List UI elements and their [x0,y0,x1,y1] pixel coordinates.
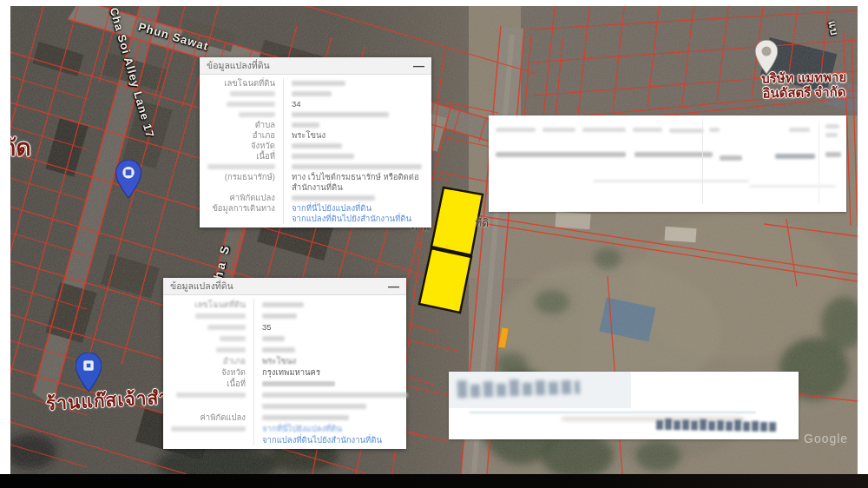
info-row: เลขโฉนดที่ดิน [163,299,399,310]
redacted-text [292,195,375,201]
field-text: เลขโฉนดที่ดิน [224,78,275,88]
redacted-text [220,336,246,341]
info-row [163,344,399,355]
info-row [163,310,399,321]
redacted-text [262,313,297,319]
info-row: จากที่นี่ไปยังแปลงที่ดินจากแปลงที่ดินไปย… [163,423,399,445]
poi-label-partial: กัด [10,129,31,166]
business-map-pin-2[interactable] [76,353,102,396]
field-text: ค่าพิกัดแปลง [230,193,276,202]
parcel-info-popup-1[interactable]: ข้อมูลแปลงที่ดิน — เลขโฉนดที่ดิน34ตำบลอำ… [200,57,431,228]
redacted-text [292,112,389,117]
redacted-text [262,381,335,386]
redacted-text [227,102,275,107]
redacted-text [292,154,354,159]
info-row [163,389,399,412]
redacted-text [262,347,295,353]
redacted-text [230,91,275,96]
field-text: อำเภอ [253,130,275,140]
popup-body: เลขโฉนดที่ดิน34ตำบลอำเภอพระโขนงจังหวัดเน… [200,75,431,228]
travel-link[interactable]: จากที่นี่ไปยังแปลงที่ดิน [292,203,372,213]
field-text: กรุงเทพมหานคร [262,367,320,377]
ink-text-smudge [655,418,777,436]
redacted-text [262,302,304,307]
field-text: เนื้อที่ [256,151,275,161]
field-text: จังหวัด [251,141,275,150]
popup-title-bar[interactable]: ข้อมูลแปลงที่ดิน — [200,57,431,75]
info-row: 35 [163,321,399,333]
field-text: พระโขนง [292,130,326,140]
popup-title: ข้อมูลแปลงที่ดิน [170,279,388,293]
field-text: จังหวัด [221,367,246,377]
redacted-text [262,404,366,409]
redacted-text [292,122,319,128]
redacted-text [262,415,349,420]
pin-icon [755,40,778,75]
field-text: พระโขนง [262,356,296,366]
travel-link[interactable]: จากที่นี่ไปยังแปลงที่ดิน [262,424,342,433]
minimize-button[interactable]: — [413,62,424,70]
poi-label-company: บริษัท แมทพาย อินดัสตรี จำกัด [734,69,858,101]
redacted-text [171,426,246,432]
bottom-black-bar [0,474,868,488]
redacted-text [262,336,285,341]
field-text: 34 [292,99,301,109]
info-row: ค่าพิกัดแปลง [200,193,424,203]
redacted-text [207,325,246,330]
info-row [200,109,424,120]
info-row: เนื้อที่ [200,151,424,162]
field-text: เนื้อที่ [227,379,246,388]
redacted-text [176,392,246,398]
redacted-text [262,392,408,398]
travel-link[interactable]: จากแปลงที่ดินไปยังสำนักงานที่ดิน [262,435,382,445]
business-map-pin-1[interactable] [115,160,141,202]
field-text: ข้อมูลการเดินทาง [212,203,275,213]
field-text: ทาง เว็บไซต์กรมธนารักษ์ หรือติดต่อสำนักง… [292,172,419,192]
lands-map-screenshot: Phun Sawat Cha Soi Alley Lane 17 Cha S ต… [0,0,868,488]
redacted-note-panel [449,372,799,439]
field-text: อำเภอ [223,356,246,366]
travel-link[interactable]: จากแปลงที่ดินไปยังสำนักงานที่ดิน [292,214,411,223]
handwriting-smudge [456,374,582,403]
info-row: (กรมธนารักษ์)ทาง เว็บไซต์กรมธนารักษ์ หรื… [200,162,424,193]
info-row: จังหวัด [200,141,424,151]
field-text: เลขโฉนดที่ดิน [194,300,246,309]
minimize-button[interactable]: — [388,282,399,291]
redacted-text [292,164,422,169]
popup-title: ข้อมูลแปลงที่ดิน [207,58,413,73]
parcel-info-popup-2[interactable]: ข้อมูลแปลงที่ดิน — เลขโฉนดที่ดิน35อำเภอพ… [163,278,406,449]
info-row: ตำบล [200,120,424,130]
redacted-text [207,164,275,169]
popup-title-bar[interactable]: ข้อมูลแปลงที่ดิน — [163,278,406,295]
info-row: ข้อมูลการเดินทางจากที่นี่ไปยังแปลงที่ดิน… [200,203,424,224]
info-row: อำเภอพระโขนง [163,355,399,366]
info-row [163,333,399,344]
redacted-text [292,143,342,148]
redacted-text [195,313,246,319]
info-row: ค่าพิกัดแปลง [163,412,399,423]
field-text: 35 [262,322,272,332]
pin-icon [115,160,141,199]
company-map-pin[interactable] [755,40,778,78]
redacted-text [292,91,332,96]
field-text: ค่าพิกัดแปลง [201,412,247,422]
info-row: เลขโฉนดที่ดิน [200,78,424,89]
redacted-text [216,347,246,353]
info-row: อำเภอพระโขนง [200,130,424,141]
pin-icon [76,353,102,392]
redacted-table-panel [489,115,846,212]
redacted-text [292,81,345,86]
google-watermark: Google [804,432,848,445]
info-row [200,89,424,99]
field-text: ตำบล [255,120,275,129]
parcel-location-label-right: ที่ดิ [475,214,490,231]
redacted-text [239,112,275,117]
info-row: 34 [200,99,424,109]
info-row: เนื้อที่ [163,378,399,389]
info-row: จังหวัดกรุงเทพมหานคร [163,366,399,378]
popup-body: เลขโฉนดที่ดิน35อำเภอพระโขนงจังหวัดกรุงเท… [163,295,406,449]
